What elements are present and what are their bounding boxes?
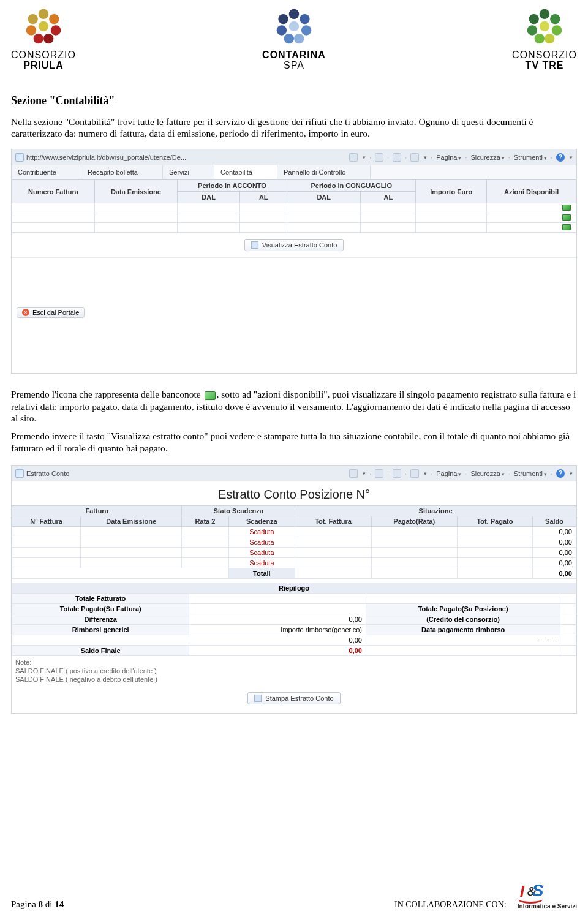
- col-pagatorata: Pagato(Rata): [371, 516, 457, 527]
- col-importo: Importo Euro: [416, 180, 487, 203]
- feed-icon[interactable]: [375, 469, 383, 478]
- totali-row: Totali0,00: [12, 568, 576, 579]
- col-totpagato: Tot. Pagato: [457, 516, 533, 527]
- help-icon[interactable]: ?: [556, 153, 565, 162]
- svg-point-0: [39, 9, 48, 19]
- svg-point-8: [289, 9, 299, 19]
- table-row: Scaduta0,00: [12, 548, 576, 558]
- menu-strumenti[interactable]: Strumenti▾: [514, 154, 547, 161]
- table-row: [12, 213, 576, 223]
- col-nfattura: N° Fattura: [12, 516, 81, 527]
- header-logos: CONSORZIOPRIULA CONTARINASPA: [11, 0, 577, 78]
- banknote-icon[interactable]: [562, 214, 571, 221]
- svg-point-20: [535, 34, 545, 43]
- logo-tvtre: CONSORZIOTV TRE: [512, 5, 577, 71]
- tab-recapito[interactable]: Recapito bolletta: [81, 165, 163, 179]
- page-number: Pagina 8 di 14: [11, 899, 64, 910]
- col-totfattura: Tot. Fattura: [295, 516, 372, 527]
- table-row: Scaduta0,00: [12, 558, 576, 568]
- logo-is: I&S Informatica e Servizi: [518, 881, 577, 910]
- home-icon[interactable]: [349, 469, 358, 478]
- logo-priula-line2: PRIULA: [11, 61, 76, 71]
- svg-point-5: [26, 25, 36, 35]
- visualizza-estratto-button[interactable]: Visualizza Estratto Conto: [244, 239, 344, 251]
- riepilogo-header: Riepilogo: [12, 583, 576, 594]
- col-saldo: Saldo: [533, 516, 576, 527]
- svg-point-3: [43, 34, 53, 43]
- col-acc-dal: DAL: [177, 192, 240, 203]
- esci-portale-button[interactable]: × Esci dal Portale: [17, 307, 85, 318]
- screenshot-estratto-conto: Estratto Conto ▾· · · ▾· Pagina▾· Sicure…: [11, 465, 577, 714]
- svg-point-14: [278, 14, 288, 24]
- print-icon[interactable]: [410, 153, 419, 162]
- paragraph-banconote: Premendo l'icona che rappresenta delle b…: [11, 388, 577, 424]
- svg-point-13: [277, 25, 287, 35]
- svg-point-19: [545, 34, 554, 43]
- mail-icon[interactable]: [393, 153, 401, 162]
- menu-pagina[interactable]: Pagina▾: [436, 470, 461, 477]
- logo-priula: CONSORZIOPRIULA: [11, 5, 76, 71]
- page-footer: Pagina 8 di 14 IN COLLABORAZIONE CON: I&…: [11, 881, 577, 910]
- mail-icon[interactable]: [393, 469, 401, 478]
- svg-point-7: [39, 21, 48, 31]
- estratto-table: Fattura Stato Scadenza Situazione N° Fat…: [12, 505, 576, 579]
- favicon-icon: [15, 469, 24, 478]
- nav-tabs: Contribuente Recapito bolletta Servizi C…: [12, 165, 576, 179]
- svg-point-6: [28, 14, 37, 24]
- col-periodo-acconto: Periodo in ACCONTO: [177, 180, 287, 192]
- menu-sicurezza[interactable]: Sicurezza▾: [471, 470, 505, 477]
- col-scadenza: Scadenza: [228, 516, 295, 527]
- help-icon[interactable]: ?: [556, 469, 565, 478]
- banknote-icon[interactable]: [562, 224, 571, 230]
- invoice-table: Numero Fattura Data Emissione Periodo in…: [12, 179, 576, 233]
- close-icon: ×: [22, 309, 29, 316]
- favicon-icon: [15, 153, 24, 162]
- col-con-dal: DAL: [287, 192, 361, 203]
- logo-contarina-line2: SPA: [262, 61, 326, 71]
- col-rata: Rata 2: [182, 516, 228, 527]
- group-stato: Stato Scadenza: [182, 506, 295, 516]
- table-row: [12, 203, 576, 213]
- col-con-al: AL: [361, 192, 416, 203]
- tab-pannello[interactable]: Pannello di Controllo: [277, 165, 371, 179]
- logo-contarina-line1: CONTARINA: [262, 50, 326, 61]
- svg-point-10: [301, 25, 311, 35]
- browser-url: http://www.servizipriula.it/dbwrsu_porta…: [26, 154, 345, 161]
- print-icon[interactable]: [410, 469, 419, 478]
- svg-point-12: [284, 34, 294, 43]
- tab-servizi[interactable]: Servizi: [163, 165, 214, 179]
- svg-point-22: [529, 14, 538, 24]
- svg-point-23: [540, 21, 549, 31]
- menu-pagina[interactable]: Pagina▾: [436, 154, 461, 161]
- svg-point-21: [527, 25, 537, 35]
- svg-point-17: [550, 14, 560, 24]
- stampa-estratto-button[interactable]: Stampa Estratto Conto: [247, 692, 340, 704]
- col-azioni: Azioni Disponibil: [487, 180, 576, 203]
- table-row: [12, 223, 576, 233]
- logo-priula-line1: CONSORZIO: [11, 50, 76, 61]
- svg-point-1: [49, 14, 59, 24]
- logo-contarina: CONTARINASPA: [262, 5, 326, 71]
- col-acc-al: AL: [240, 192, 287, 203]
- browser-tab-title: Estratto Conto: [26, 470, 345, 477]
- logo-contarina-icon: [273, 5, 315, 48]
- group-situazione: Situazione: [295, 506, 576, 516]
- print-icon: [254, 695, 262, 702]
- banknote-icon[interactable]: [562, 205, 571, 211]
- svg-point-11: [294, 34, 304, 43]
- col-numero-fattura: Numero Fattura: [12, 180, 95, 203]
- home-icon[interactable]: [349, 153, 358, 162]
- table-row: Scaduta0,00: [12, 537, 576, 548]
- svg-point-18: [552, 25, 562, 35]
- menu-strumenti[interactable]: Strumenti▾: [514, 470, 547, 477]
- tab-contribuente[interactable]: Contribuente: [12, 165, 81, 179]
- svg-point-4: [33, 34, 43, 43]
- tab-contabilita[interactable]: Contabilità: [214, 165, 277, 179]
- table-row: Scaduta0,00: [12, 527, 576, 537]
- logo-tvtre-icon: [523, 5, 566, 48]
- feed-icon[interactable]: [375, 153, 383, 162]
- banknote-inline-icon: [205, 391, 216, 400]
- estratto-title: Estratto Conto Posizione N°: [12, 481, 576, 505]
- menu-sicurezza[interactable]: Sicurezza▾: [471, 154, 505, 161]
- intro-paragraph: Nella sezione "Contabilità" trovi tutte …: [11, 116, 577, 140]
